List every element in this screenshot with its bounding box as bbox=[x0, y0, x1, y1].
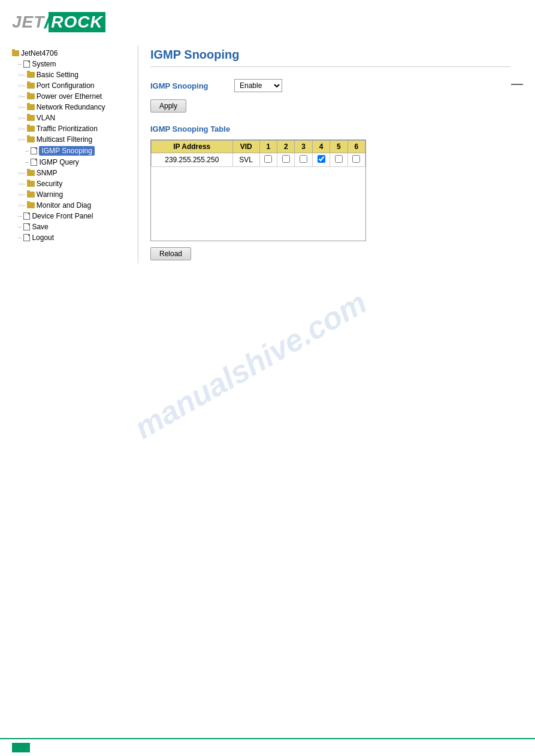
sidebar-root-label: JetNet4706 bbox=[21, 49, 58, 57]
sidebar-item-snmp[interactable]: ○─ SNMP bbox=[12, 168, 132, 178]
sidebar-item-logout[interactable]: ─ Logout bbox=[12, 232, 132, 243]
sidebar-item-basic-setting[interactable]: ○─ Basic Setting bbox=[12, 69, 132, 80]
sidebar-item-root[interactable]: JetNet4706 bbox=[12, 48, 132, 59]
tree-line-security: ○─ bbox=[18, 181, 25, 187]
header-port2: 2 bbox=[277, 141, 295, 153]
cell-port1[interactable] bbox=[259, 153, 277, 167]
folder-icon-snmp bbox=[27, 170, 35, 176]
tree-line-basic: ○─ bbox=[18, 72, 25, 78]
apply-row: Apply bbox=[150, 99, 511, 113]
sidebar-item-network-redundancy[interactable]: ○─ Network Redundancy bbox=[12, 102, 132, 113]
doc-icon-save bbox=[23, 223, 30, 230]
page-title: IGMP Snooping bbox=[150, 48, 511, 67]
header-vid: VID bbox=[232, 141, 259, 153]
sidebar-label-igmp-snooping: IGMP Snooping bbox=[39, 146, 95, 156]
table-title: IGMP Snooping Table bbox=[150, 125, 511, 133]
folder-icon-root bbox=[12, 50, 19, 56]
sidebar-item-warning[interactable]: ○─ Warning bbox=[12, 189, 132, 200]
tree-line-snmp: ○─ bbox=[18, 170, 25, 176]
cell-port2[interactable] bbox=[277, 153, 295, 167]
content-area: IGMP Snooping IGMP Snooping Enable Disab… bbox=[138, 45, 523, 263]
tree-line-igmp: ─ bbox=[25, 148, 29, 154]
header-port4: 4 bbox=[312, 141, 330, 153]
sidebar-item-save[interactable]: ─ Save bbox=[12, 221, 132, 232]
table-row: 239.255.255.250 SVL bbox=[152, 153, 365, 167]
cell-vid: SVL bbox=[232, 153, 259, 167]
sidebar-label-device-front: Device Front Panel bbox=[32, 212, 93, 220]
sidebar: JetNet4706 ─ System ○─ Basic Setting ○─ … bbox=[12, 45, 132, 263]
sidebar-item-security[interactable]: ○─ Security bbox=[12, 178, 132, 189]
sidebar-label-network-redundancy: Network Redundancy bbox=[37, 103, 105, 111]
apply-button[interactable]: Apply bbox=[150, 99, 186, 113]
sidebar-label-snmp: SNMP bbox=[37, 169, 58, 177]
checkbox-port3[interactable] bbox=[300, 155, 307, 163]
watermark: manualshive.com bbox=[128, 284, 373, 446]
header-port1: 1 bbox=[259, 141, 277, 153]
sidebar-item-poe[interactable]: ○─ Power over Ethernet bbox=[12, 91, 132, 102]
tree-line-vlan: ○─ bbox=[18, 115, 25, 121]
sidebar-label-multicast: Multicast Filtering bbox=[37, 135, 92, 144]
folder-icon-poe bbox=[27, 93, 35, 99]
folder-icon-traffic bbox=[27, 126, 35, 132]
sidebar-label-vlan: VLAN bbox=[37, 114, 55, 122]
folder-icon-monitor bbox=[27, 202, 35, 208]
sidebar-label-logout: Logout bbox=[32, 233, 54, 242]
checkbox-port6[interactable] bbox=[352, 155, 360, 163]
table-body: 239.255.255.250 SVL bbox=[152, 153, 365, 167]
footer bbox=[0, 738, 535, 756]
folder-icon-basic bbox=[27, 72, 35, 78]
header-ip: IP Address bbox=[152, 141, 233, 153]
igmp-snooping-form-row: IGMP Snooping Enable Disable bbox=[150, 79, 511, 92]
tree-line-multicast: ○─ bbox=[18, 136, 25, 142]
sidebar-label-igmp-query: IGMP Query bbox=[39, 158, 78, 166]
tree-line-logout: ─ bbox=[18, 235, 22, 241]
sidebar-label-traffic: Traffic Prioritization bbox=[37, 125, 98, 133]
sidebar-label-warning: Warning bbox=[37, 190, 63, 199]
folder-icon-security bbox=[27, 181, 35, 187]
cell-ip: 239.255.255.250 bbox=[152, 153, 233, 167]
main-layout: JetNet4706 ─ System ○─ Basic Setting ○─ … bbox=[0, 39, 535, 269]
checkbox-port5[interactable] bbox=[335, 155, 343, 163]
snooping-table: IP Address VID 1 2 3 4 5 6 239.255.255.2 bbox=[151, 140, 365, 167]
checkbox-port4[interactable] bbox=[318, 155, 325, 163]
sidebar-item-igmp-query[interactable]: ─ IGMP Query bbox=[12, 157, 132, 168]
doc-icon-logout bbox=[23, 234, 30, 241]
cell-port5[interactable] bbox=[330, 153, 347, 167]
doc-icon-device bbox=[23, 212, 30, 220]
sidebar-item-monitor[interactable]: ○─ Monitor and Diag bbox=[12, 200, 132, 211]
header-port5: 5 bbox=[330, 141, 347, 153]
sidebar-item-traffic[interactable]: ○─ Traffic Prioritization bbox=[12, 123, 132, 134]
checkbox-port1[interactable] bbox=[264, 155, 272, 163]
tree-line-traffic: ○─ bbox=[18, 126, 25, 132]
doc-icon-igmpq bbox=[31, 159, 37, 166]
sidebar-item-multicast[interactable]: ○─ Multicast Filtering bbox=[12, 134, 132, 145]
sidebar-label-monitor: Monitor and Diag bbox=[37, 201, 91, 210]
folder-icon-nr bbox=[27, 104, 35, 110]
sidebar-label-system: System bbox=[32, 60, 56, 68]
sidebar-item-device-front[interactable]: ─ Device Front Panel bbox=[12, 211, 132, 221]
doc-icon-system bbox=[23, 60, 30, 68]
sidebar-label-basic-setting: Basic Setting bbox=[37, 71, 78, 79]
sidebar-item-vlan[interactable]: ○─ VLAN bbox=[12, 113, 132, 123]
header-port3: 3 bbox=[295, 141, 312, 153]
table-header: IP Address VID 1 2 3 4 5 6 bbox=[152, 141, 365, 153]
tree-line-monitor: ○─ bbox=[18, 202, 25, 208]
tree-line-igmpq: ─ bbox=[25, 159, 29, 165]
cell-port4[interactable] bbox=[312, 153, 330, 167]
snooping-table-wrapper[interactable]: IP Address VID 1 2 3 4 5 6 239.255.255.2 bbox=[150, 139, 366, 241]
doc-icon-igmp bbox=[31, 147, 37, 154]
top-right-decoration bbox=[511, 84, 523, 85]
cell-port6[interactable] bbox=[347, 153, 365, 167]
sidebar-item-port-config[interactable]: ○─ Port Configuration bbox=[12, 80, 132, 91]
sidebar-label-security: Security bbox=[37, 180, 62, 188]
sidebar-item-igmp-snooping[interactable]: ─ IGMP Snooping bbox=[12, 145, 132, 157]
footer-block bbox=[12, 743, 30, 752]
tree-line-port: ○─ bbox=[18, 83, 25, 89]
cell-port3[interactable] bbox=[295, 153, 312, 167]
sidebar-item-system[interactable]: ─ System bbox=[12, 59, 132, 69]
tree-line-poe: ○─ bbox=[18, 93, 25, 99]
checkbox-port2[interactable] bbox=[282, 155, 290, 163]
igmp-snooping-select[interactable]: Enable Disable bbox=[234, 79, 282, 92]
reload-button[interactable]: Reload bbox=[150, 247, 191, 260]
header-port6: 6 bbox=[347, 141, 365, 153]
